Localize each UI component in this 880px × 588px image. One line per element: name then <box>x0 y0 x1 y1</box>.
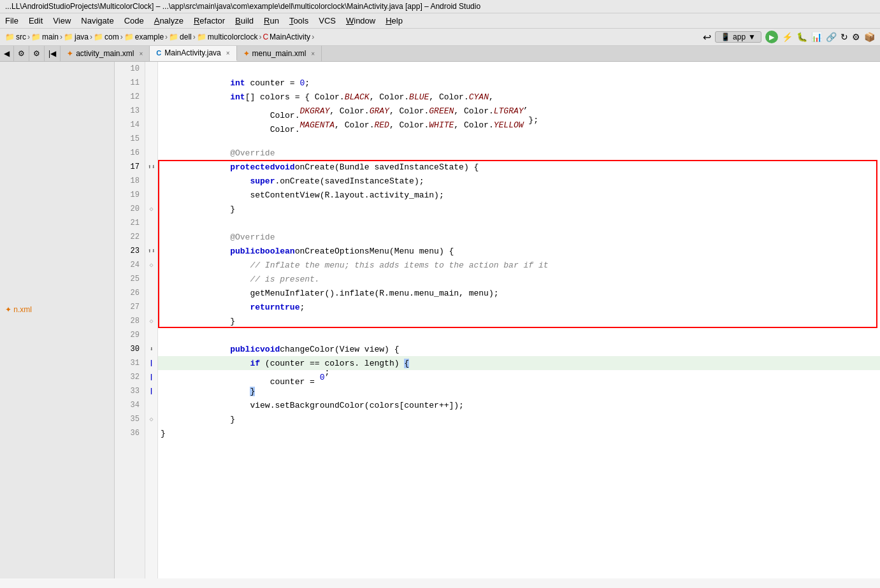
tab-activity-main-xml[interactable]: ✦ activity_main.xml × <box>61 46 150 61</box>
plain-12d: , <box>489 92 494 102</box>
plain-18: .onCreate(savedInstanceState); <box>275 176 424 186</box>
gc-26 <box>145 286 157 300</box>
bc-java-label: java <box>75 32 89 41</box>
code-line-28: } <box>158 314 880 328</box>
menu-refactor[interactable]: Refactor <box>189 15 230 27</box>
gc-21 <box>145 216 157 230</box>
bc-sep-2: › <box>60 32 62 41</box>
menu-file[interactable]: File <box>0 15 24 27</box>
tab-close-2[interactable]: × <box>226 50 230 57</box>
tab-menu-main-xml[interactable]: ✦ menu_main.xml × <box>237 46 322 61</box>
plain-12b: , Color. <box>370 92 409 102</box>
gc-36 <box>145 426 157 440</box>
ln-20: 20 <box>115 202 145 216</box>
menu-help[interactable]: Help <box>380 15 408 27</box>
code-line-20: } <box>158 202 880 216</box>
menu-window[interactable]: Window <box>341 15 380 27</box>
tab-mainactivity-java[interactable]: C MainActivity.java × <box>150 46 236 61</box>
bc-com[interactable]: 📁 com <box>94 32 119 41</box>
menu-view[interactable]: View <box>48 15 76 27</box>
gc-12 <box>145 90 157 104</box>
cc-yellow: YELLOW <box>494 120 524 130</box>
profile-icon[interactable]: 📊 <box>811 32 822 42</box>
sdk-icon[interactable]: 📦 <box>864 32 875 42</box>
code-line-21 <box>158 216 880 230</box>
bc-multicolorclock[interactable]: 📁 multicolorclock <box>197 32 258 41</box>
ln-18: 18 <box>115 174 145 188</box>
ln-12: 12 <box>115 90 145 104</box>
bc-sep-1: › <box>27 32 30 41</box>
bc-example-label: example <box>135 32 164 41</box>
kw-int-12: int <box>230 92 245 102</box>
attach-icon[interactable]: 🔗 <box>826 32 837 42</box>
cc-cyan: CYAN <box>469 92 489 102</box>
menu-vcs[interactable]: VCS <box>314 15 341 27</box>
menu-code[interactable]: Code <box>119 15 149 27</box>
bc-mainactivity[interactable]: C MainActivity <box>263 32 310 41</box>
bc-example[interactable]: 📁 example <box>124 32 164 41</box>
tab-settings-btn[interactable]: ⚙ <box>14 46 29 61</box>
kw-super-18: super <box>250 176 275 186</box>
bug-icon[interactable]: 🐛 <box>797 32 807 42</box>
bc-java[interactable]: 📁 java <box>64 32 89 41</box>
sidebar-xml-icon: ✦ <box>5 305 11 314</box>
plain-34: view.setBackgroundColor( <box>250 401 369 410</box>
code-editor[interactable]: 10 11 12 13 14 15 16 17 18 19 20 21 22 2… <box>115 62 880 578</box>
xml-icon-2: ✦ <box>243 50 249 58</box>
bc-class-icon: C <box>263 32 268 41</box>
settings-icon[interactable]: ⚙ <box>852 32 860 42</box>
annot-22: @Override <box>230 233 275 242</box>
menu-analyze[interactable]: Analyze <box>149 15 189 27</box>
ln-25: 25 <box>115 272 145 286</box>
bc-src[interactable]: 📁 src <box>5 32 26 41</box>
ln-13: 13 <box>115 104 145 118</box>
menu-build[interactable]: Build <box>230 15 259 27</box>
menu-edit[interactable]: Edit <box>24 15 48 27</box>
cc-white: WHITE <box>429 120 454 130</box>
tab-close-1[interactable]: × <box>139 50 143 57</box>
bc-main[interactable]: 📁 main <box>31 32 59 41</box>
ln-15: 15 <box>115 132 145 146</box>
cc-ltgray: LTGRAY <box>494 106 524 116</box>
bc-dell-label: dell <box>180 32 192 41</box>
tab-gear-btn[interactable]: ⚙ <box>29 46 45 61</box>
ln-29: 29 <box>115 328 145 342</box>
code-line-29 <box>158 328 880 342</box>
main-area: ✦ n.xml 10 11 12 13 14 15 16 17 18 19 20… <box>0 62 880 578</box>
run-button[interactable]: ▶ <box>765 31 778 43</box>
ln-17: 17 <box>115 160 145 174</box>
plain-19: setContentView(R.layout.activity_main); <box>250 190 444 200</box>
ln-23: 23 <box>115 244 145 258</box>
coverage-icon[interactable]: ↻ <box>840 32 848 42</box>
line-numbers: 10 11 12 13 14 15 16 17 18 19 20 21 22 2… <box>115 62 145 578</box>
tab-close-3[interactable]: × <box>311 50 315 57</box>
flash-icon[interactable]: ⚡ <box>782 32 793 42</box>
tab-nav-left[interactable]: ◀ <box>0 46 14 61</box>
ln-21: 21 <box>115 216 145 230</box>
method-changecolor: changeColor(View view) { <box>280 345 399 354</box>
sidebar-item-menu-xml[interactable]: ✦ n.xml <box>0 304 114 315</box>
gutter: ⬆⬇ ◇ ⬆⬇ ◇ ◇ <box>145 62 158 578</box>
sidebar-item-label: n.xml <box>13 305 32 314</box>
menu-run[interactable]: Run <box>259 15 284 27</box>
undo-icon[interactable]: ↩ <box>703 31 711 43</box>
app-dropdown[interactable]: 📱 app ▼ <box>715 31 761 43</box>
ln-10: 10 <box>115 62 145 76</box>
code-line-30: public void changeColor(View view) { <box>158 342 880 356</box>
code-line-35: } <box>158 412 880 426</box>
code-line-16: @Override <box>158 146 880 160</box>
bc-dell[interactable]: 📁 dell <box>169 32 192 41</box>
tab-activity-main-label: activity_main.xml <box>76 49 134 58</box>
code-line-26: getMenuInflater().inflate(R.menu.menu_ma… <box>158 286 880 300</box>
menu-navigate[interactable]: Navigate <box>76 15 119 27</box>
gc-34 <box>145 398 157 412</box>
java-icon-1: C <box>156 49 161 57</box>
gc-28: ◇ <box>145 314 157 328</box>
menu-tools[interactable]: Tools <box>284 15 314 27</box>
gc-14 <box>145 118 157 132</box>
plain-11b: ; <box>305 78 310 88</box>
ln-16: 16 <box>115 146 145 160</box>
tab-pin-btn[interactable]: |◀ <box>45 46 61 61</box>
ln-22: 22 <box>115 230 145 244</box>
ln-28: 28 <box>115 314 145 328</box>
